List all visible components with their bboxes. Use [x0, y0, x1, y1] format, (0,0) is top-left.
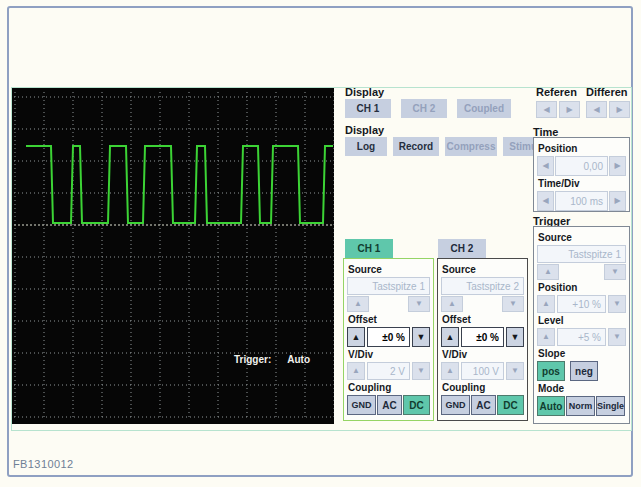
- time-div-decrease-button[interactable]: ◀: [537, 191, 554, 211]
- arrow-right-icon: ▶: [566, 106, 572, 114]
- trigger-position-label: Position: [538, 282, 626, 293]
- ch2-offset-down-button[interactable]: ▼: [506, 327, 524, 347]
- arrow-up-icon: ▲: [544, 268, 552, 276]
- ch1-source-label: Source: [348, 264, 430, 275]
- arrow-up-icon: ▲: [354, 300, 362, 308]
- arrow-up-icon: ▲: [352, 333, 361, 342]
- ch1-vdiv-down-button[interactable]: ▼: [412, 362, 430, 380]
- trigger-source-value[interactable]: Tastspitze 1: [537, 245, 626, 263]
- ch1-coupling-dc-button[interactable]: DC: [403, 395, 430, 415]
- display-compress-button[interactable]: Compress: [445, 137, 497, 156]
- reference-label: Referen: [536, 86, 577, 98]
- trigger-mode-label: Mode: [538, 383, 626, 394]
- ch1-offset-up-button[interactable]: ▲: [347, 327, 365, 347]
- ch2-tab[interactable]: CH 2: [438, 239, 486, 258]
- oscilloscope-screen: Trigger: Auto: [12, 88, 334, 424]
- trigger-position-down-button[interactable]: ▼: [608, 295, 626, 313]
- arrow-down-icon: ▼: [417, 367, 425, 375]
- ch1-source-down-button[interactable]: ▼: [408, 296, 430, 312]
- display-ch1-button[interactable]: CH 1: [345, 99, 391, 118]
- ch2-coupling-dc-button[interactable]: DC: [497, 395, 524, 415]
- ch2-coupling-label: Coupling: [442, 382, 524, 393]
- trigger-level-value[interactable]: +5 %: [557, 328, 606, 346]
- application-window: FB1310012 Trigger: Auto Display CH 1 CH …: [0, 0, 641, 487]
- trigger-source-label: Source: [538, 232, 626, 243]
- ch2-offset-up-button[interactable]: ▲: [441, 327, 459, 347]
- arrow-right-icon: ▶: [614, 197, 620, 205]
- time-div-increase-button[interactable]: ▶: [609, 191, 626, 211]
- ch1-source-up-button[interactable]: ▲: [347, 296, 369, 312]
- reference-prev-button[interactable]: ◀: [536, 101, 557, 118]
- trigger-status-label: Trigger:: [234, 354, 271, 365]
- ch2-coupling-gnd-button[interactable]: GND: [441, 395, 470, 415]
- arrow-up-icon: ▲: [542, 333, 550, 341]
- ch1-coupling-ac-button[interactable]: AC: [377, 395, 402, 415]
- arrow-down-icon: ▼: [509, 300, 517, 308]
- ch2-vdiv-value[interactable]: 100 V: [461, 362, 504, 380]
- ch2-source-down-button[interactable]: ▼: [502, 296, 524, 312]
- ch2-vdiv-up-button[interactable]: ▲: [441, 362, 459, 380]
- arrow-up-icon: ▲: [446, 333, 455, 342]
- arrow-left-icon: ◀: [593, 106, 599, 114]
- difference-next-button[interactable]: ▶: [609, 101, 630, 118]
- ch2-vdiv-down-button[interactable]: ▼: [506, 362, 524, 380]
- arrow-up-icon: ▲: [352, 367, 360, 375]
- display-coupled-button[interactable]: Coupled: [457, 99, 511, 118]
- arrow-down-icon: ▼: [611, 268, 619, 276]
- arrow-left-icon: ◀: [542, 162, 548, 170]
- trigger-source-up-button[interactable]: ▲: [537, 264, 559, 280]
- difference-prev-button[interactable]: ◀: [586, 101, 607, 118]
- trigger-status: Trigger: Auto: [234, 354, 310, 365]
- ch1-source-value[interactable]: Tastspitze 1: [347, 277, 430, 295]
- ch2-coupling-ac-button[interactable]: AC: [471, 395, 496, 415]
- trigger-level-up-button[interactable]: ▲: [537, 328, 555, 346]
- ch1-offset-down-button[interactable]: ▼: [412, 327, 430, 347]
- time-position-value[interactable]: 0,00: [555, 156, 608, 176]
- time-div-label: Time/Div: [538, 178, 626, 189]
- mode-auto-button[interactable]: Auto: [537, 396, 565, 416]
- time-position-label: Position: [538, 143, 626, 154]
- display-mode-label: Display: [345, 124, 384, 136]
- trigger-position-value[interactable]: +10 %: [557, 295, 606, 313]
- time-position-increase-button[interactable]: ▶: [609, 156, 626, 176]
- trigger-source-down-button[interactable]: ▼: [604, 264, 626, 280]
- arrow-left-icon: ◀: [543, 106, 549, 114]
- arrow-right-icon: ▶: [614, 162, 620, 170]
- display-record-button[interactable]: Record: [393, 137, 439, 156]
- mode-norm-button[interactable]: Norm: [566, 396, 595, 416]
- trigger-level-down-button[interactable]: ▼: [608, 328, 626, 346]
- display-ch2-button[interactable]: CH 2: [401, 99, 447, 118]
- ch1-coupling-gnd-button[interactable]: GND: [347, 395, 376, 415]
- ch1-vdiv-value[interactable]: 2 V: [367, 362, 410, 380]
- trigger-position-up-button[interactable]: ▲: [537, 295, 555, 313]
- ch1-panel: Source Tastspitze 1 ▲ ▼ Offset ▲ ±0 % ▼ …: [343, 258, 434, 421]
- arrow-left-icon: ◀: [542, 197, 548, 205]
- arrow-down-icon: ▼: [417, 333, 426, 342]
- time-position-decrease-button[interactable]: ◀: [537, 156, 554, 176]
- ch2-panel: Source Tastspitze 2 ▲ ▼ Offset ▲ ±0 % ▼ …: [437, 258, 528, 421]
- trigger-slope-label: Slope: [538, 348, 626, 359]
- slope-neg-button[interactable]: neg: [570, 361, 598, 381]
- reference-next-button[interactable]: ▶: [559, 101, 580, 118]
- ch1-tab[interactable]: CH 1: [345, 239, 393, 258]
- ch2-source-up-button[interactable]: ▲: [441, 296, 463, 312]
- ch2-source-value[interactable]: Tastspitze 2: [441, 277, 524, 295]
- arrow-down-icon: ▼: [415, 300, 423, 308]
- figure-id: FB1310012: [13, 458, 73, 470]
- display-log-button[interactable]: Log: [345, 137, 387, 156]
- ch1-coupling-label: Coupling: [348, 382, 430, 393]
- display-channels-label: Display: [345, 86, 384, 98]
- ch2-offset-value[interactable]: ±0 %: [461, 327, 504, 347]
- ch1-vdiv-label: V/Div: [348, 349, 430, 360]
- mode-single-button[interactable]: Single: [596, 396, 625, 416]
- ch1-offset-value[interactable]: ±0 %: [367, 327, 410, 347]
- difference-label: Differen: [586, 86, 628, 98]
- ch2-offset-label: Offset: [442, 314, 524, 325]
- ch2-source-label: Source: [442, 264, 524, 275]
- waveform-display: [12, 88, 334, 424]
- ch1-vdiv-up-button[interactable]: ▲: [347, 362, 365, 380]
- arrow-down-icon: ▼: [613, 333, 621, 341]
- time-div-value[interactable]: 100 ms: [555, 191, 608, 211]
- arrow-right-icon: ▶: [616, 106, 622, 114]
- slope-pos-button[interactable]: pos: [537, 361, 565, 381]
